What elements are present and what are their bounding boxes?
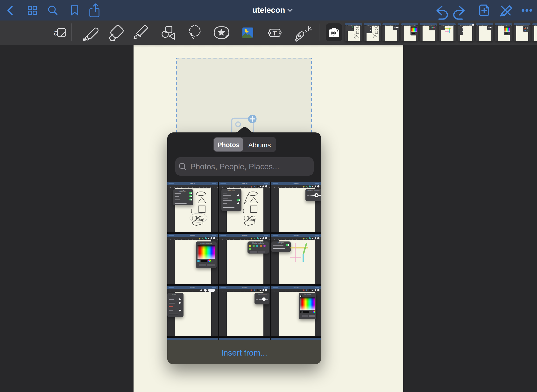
svg-text:a: a (54, 28, 58, 37)
svg-text:T: T (273, 29, 277, 37)
